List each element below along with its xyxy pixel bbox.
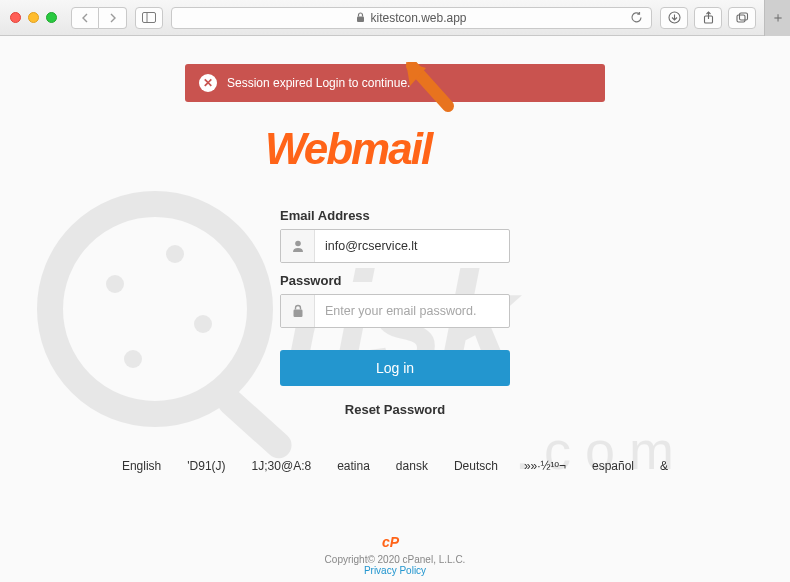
email-field-wrap <box>280 229 510 263</box>
lang-option[interactable]: 1J;30@A:8 <box>252 459 312 473</box>
lock-icon <box>281 295 315 327</box>
address-bar[interactable]: kitestcon.web.app <box>171 7 652 29</box>
alert-icon: ✕ <box>199 74 217 92</box>
svg-text:Webmail: Webmail <box>265 124 434 173</box>
lang-option[interactable]: »»·½¹º¬ <box>524 459 566 473</box>
lang-option[interactable]: eatina <box>337 459 370 473</box>
lang-option[interactable]: español <box>592 459 634 473</box>
webmail-logo: Webmail <box>265 122 525 180</box>
new-tab-button[interactable]: ＋ <box>764 0 790 36</box>
back-button[interactable] <box>71 7 99 29</box>
login-panel: ✕ Session expired Login to continue. Web… <box>185 64 605 473</box>
email-label: Email Address <box>280 208 510 223</box>
reset-password-link[interactable]: Reset Password <box>280 402 510 417</box>
forward-button[interactable] <box>99 7 127 29</box>
share-button[interactable] <box>694 7 722 29</box>
downloads-button[interactable] <box>660 7 688 29</box>
login-button[interactable]: Log in <box>280 350 510 386</box>
toolbar-right <box>660 7 756 29</box>
close-icon[interactable] <box>10 12 21 23</box>
cpanel-logo: cP <box>0 534 790 552</box>
password-label: Password <box>280 273 510 288</box>
tabs-button[interactable] <box>728 7 756 29</box>
lang-option[interactable]: 'D91(J) <box>187 459 225 473</box>
privacy-link[interactable]: Privacy Policy <box>364 565 426 576</box>
svg-rect-2 <box>357 17 364 23</box>
lock-icon <box>356 12 365 23</box>
lang-option[interactable]: & <box>660 459 668 473</box>
page-footer: cP Copyright© 2020 cPanel, L.L.C. Privac… <box>0 534 790 576</box>
language-list: English 'D91(J) 1J;30@A:8 eatina dansk D… <box>75 459 715 473</box>
user-icon <box>281 230 315 262</box>
minimize-icon[interactable] <box>28 12 39 23</box>
alert-banner: ✕ Session expired Login to continue. <box>185 64 605 102</box>
login-form: Email Address Password Log in Reset Pass… <box>280 198 510 417</box>
svg-rect-6 <box>739 13 747 20</box>
sidebar-toggle-button[interactable] <box>135 7 163 29</box>
svg-rect-5 <box>737 15 745 22</box>
svg-rect-17 <box>293 310 302 318</box>
email-input[interactable] <box>315 230 509 262</box>
nav-buttons <box>71 7 127 29</box>
svg-point-11 <box>124 350 142 368</box>
reload-button[interactable] <box>623 8 649 28</box>
alert-text: Session expired Login to continue. <box>227 76 410 90</box>
password-input[interactable] <box>315 295 509 327</box>
svg-rect-0 <box>143 13 156 23</box>
page-content: risk .com ✕ Session expired Login to con… <box>0 36 790 582</box>
svg-point-16 <box>295 241 301 247</box>
window-controls <box>10 12 57 23</box>
password-field-wrap <box>280 294 510 328</box>
svg-text:cP: cP <box>382 534 400 550</box>
maximize-icon[interactable] <box>46 12 57 23</box>
lang-option[interactable]: Deutsch <box>454 459 498 473</box>
browser-toolbar: kitestcon.web.app ＋ <box>0 0 790 36</box>
svg-point-8 <box>106 275 124 293</box>
lang-option[interactable]: dansk <box>396 459 428 473</box>
svg-point-9 <box>166 245 184 263</box>
lang-option[interactable]: English <box>122 459 161 473</box>
copyright-text: Copyright© 2020 cPanel, L.L.C. <box>0 554 790 565</box>
url-text: kitestcon.web.app <box>370 11 466 25</box>
